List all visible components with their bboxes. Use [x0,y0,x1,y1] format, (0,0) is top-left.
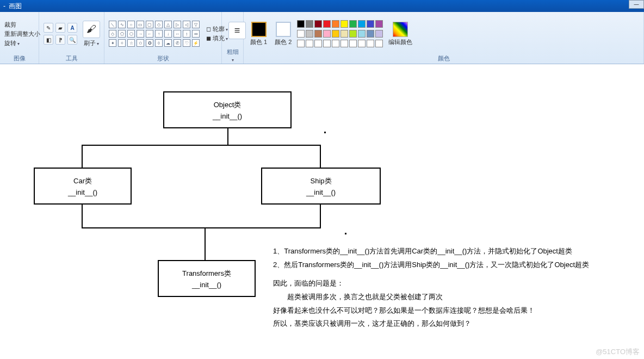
connector [320,205,321,227]
color-swatch[interactable] [358,30,366,38]
color-palette [297,20,383,47]
color-swatch[interactable] [375,20,383,28]
color-swatch[interactable] [297,20,305,28]
color2-swatch [276,22,291,37]
watermark: @51CTO博客 [596,347,640,357]
note-line: 1、Transformers类的__init__()方法首先调用Car类的__i… [273,245,637,258]
text-tool[interactable]: A [67,23,77,33]
title-bar: - 画图 [0,0,644,12]
brushes-dropdown[interactable]: 🖌 刷子 [81,20,102,48]
color-swatch[interactable] [375,30,383,38]
color-swatch[interactable] [367,20,374,28]
color-swatch-empty[interactable] [314,40,322,47]
color-swatch-empty[interactable] [297,40,305,47]
outline-icon: ◻ [206,26,213,32]
resize-button[interactable]: 重新调整大小 [4,30,40,38]
color-swatch-empty[interactable] [367,40,374,47]
group-tools: ✎ ▰ A ◧ ⁋ 🔍 🖌 刷子 工具 [39,12,104,64]
title-text: 画图 [9,2,22,11]
note-line: 所以，基类应该只被调用一次，这才是正确的，那么如何做到？ [273,317,637,331]
box-method: __init__() [306,188,336,196]
edit-colors-icon [393,22,408,37]
color-swatch-empty[interactable] [306,40,313,47]
color-swatch-empty[interactable] [349,40,357,47]
group-thickness-label: 粗细 [226,47,239,63]
note-heading: 因此，面临的问题是： [273,277,637,290]
box-title: Transformers类 [182,269,231,278]
note-line: 好像看起来也没什么不可以对吧？那么如果是一个数据库连接呢？想想是会啥后果！ [273,304,637,318]
color-swatch[interactable] [323,20,331,28]
group-tools-label: 工具 [44,53,100,63]
class-box-car: Car类 __init__() [34,168,132,205]
crop-button[interactable]: 裁剪 [4,21,40,29]
color-swatch[interactable] [314,30,322,38]
ribbon: 裁剪 重新调整大小 旋转 图像 ✎ ▰ A ◧ ⁋ 🔍 🖌 刷子 工具 [0,12,644,64]
color-swatch[interactable] [332,20,339,28]
stray-dot [324,132,326,133]
color1-swatch [251,22,267,37]
group-image-label: 图像 [4,53,34,63]
color-swatch-empty[interactable] [375,40,383,47]
color-swatch[interactable] [340,20,348,28]
pencil-tool[interactable]: ✎ [44,23,53,33]
class-box-transformers: Transformers类 __init__() [158,260,256,297]
color-swatch[interactable] [349,20,357,28]
brushes-label: 刷子 [84,39,99,47]
shapes-gallery[interactable]: ＼∿○▭▢◇△▷◁▽ ◇⬠⬡→←↑↓↔↕⇔ ✦✧☆✩✪◊☁✆♡⚡ [109,21,200,47]
brush-icon: 🖌 [83,21,100,38]
rotate-dropdown[interactable]: 旋转 [4,39,40,47]
group-shapes-label: 形状 [109,53,217,63]
color-swatch[interactable] [306,30,313,38]
box-method: __init__() [213,112,242,120]
group-colors: 颜色 1 颜色 2 编辑颜色 颜色 [244,12,644,64]
magnifier-tool[interactable]: 🔍 [67,35,77,45]
note-line: 2、然后Transformers类的__init__()方法调用Ship类的__… [273,258,637,272]
color-swatch[interactable] [349,30,357,38]
tool-grid: ✎ ▰ A ◧ ⁋ 🔍 [44,23,77,45]
color-swatch[interactable] [314,20,322,28]
connector [82,145,83,168]
color2-label: 颜色 2 [275,38,292,46]
group-image: 裁剪 重新调整大小 旋转 图像 [0,12,39,64]
class-box-object: Object类 __init__() [163,91,292,128]
color-swatch[interactable] [297,30,305,38]
note-line: 超类被调用多次，换言之也就是父类被创建了两次 [273,290,637,304]
edit-colors-button[interactable]: 编辑颜色 [386,21,414,47]
edit-colors-label: 编辑颜色 [388,38,412,46]
connector [320,145,321,168]
box-title: Object类 [214,100,242,110]
color-swatch[interactable] [367,30,374,38]
color-swatch-empty[interactable] [358,40,366,47]
fill-tool[interactable]: ▰ [55,23,65,33]
color-swatch[interactable] [340,30,348,38]
color-swatch[interactable] [306,20,313,28]
connector [82,145,321,146]
color1-label: 颜色 1 [250,38,267,46]
class-box-ship: Ship类 __init__() [261,168,381,205]
box-title: Car类 [73,176,92,186]
minimize-button[interactable]: — [629,0,644,9]
color-swatch-empty[interactable] [332,40,339,47]
group-thickness: ≡ 粗细 [222,12,244,64]
color2-button[interactable]: 颜色 2 [273,21,294,47]
stray-dot [345,233,346,234]
fill-icon: ◼ [206,35,213,41]
color1-button[interactable]: 颜色 1 [248,21,269,47]
color-swatch-empty[interactable] [323,40,331,47]
color-swatch-empty[interactable] [340,40,348,47]
group-shapes: ＼∿○▭▢◇△▷◁▽ ◇⬠⬡→←↑↓↔↕⇔ ✦✧☆✩✪◊☁✆♡⚡ ◻ 轮廓 ◼ … [104,12,222,64]
notes: 1、Transformers类的__init__()方法首先调用Car类的__i… [273,245,637,331]
box-title: Ship类 [310,176,331,186]
connector [227,128,228,145]
picker-tool[interactable]: ⁋ [55,35,65,45]
box-method: __init__() [192,281,221,289]
canvas[interactable]: Object类 __init__() Car类 __init__() Ship类… [0,64,644,359]
color-swatch[interactable] [332,30,339,38]
connector [82,227,321,228]
group-colors-label: 颜色 [248,53,639,63]
box-method: __init__() [68,188,97,196]
eraser-tool[interactable]: ◧ [44,35,53,45]
color-swatch[interactable] [358,20,366,28]
connector [205,227,206,260]
color-swatch[interactable] [323,30,331,38]
